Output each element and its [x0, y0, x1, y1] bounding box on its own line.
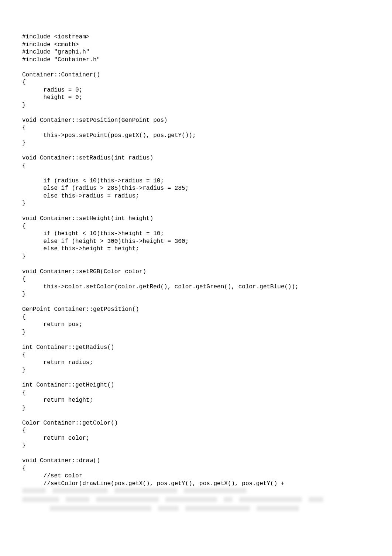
obscured-line: [22, 488, 370, 493]
obscured-line: [22, 506, 370, 511]
obscured-line: [22, 497, 370, 502]
document-page: #include <iostream> #include <cmath> #in…: [0, 0, 392, 556]
source-code-block: #include <iostream> #include <cmath> #in…: [22, 33, 370, 487]
obscured-content: [22, 487, 370, 511]
